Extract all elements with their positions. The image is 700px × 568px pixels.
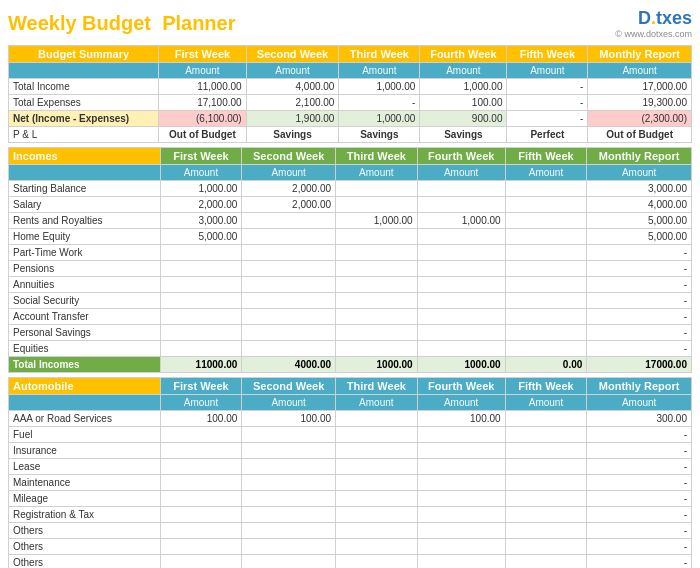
pl-row: P & L Out of Budget Savings Savings Savi… <box>9 127 692 143</box>
table-row: Others - <box>9 539 692 555</box>
website-text: © www.dotxes.com <box>615 29 692 39</box>
table-row: Registration & Tax - <box>9 507 692 523</box>
table-row: Account Transfer - <box>9 309 692 325</box>
auto-week-header: Automobile First Week Second Week Third … <box>9 378 692 395</box>
week-col-6: Monthly Report <box>588 46 692 63</box>
table-row: Equities - <box>9 341 692 357</box>
week-col-5: Fifth Week <box>507 46 588 63</box>
table-row: Total Expenses 17,100.00 2,100.00 - 100.… <box>9 95 692 111</box>
table-row: Total Income 11,000.00 4,000.00 1,000.00… <box>9 79 692 95</box>
table-row: Others - <box>9 555 692 569</box>
table-row: Starting Balance 1,000.00 2,000.00 3,000… <box>9 181 692 197</box>
logo-area: D.txes © www.dotxes.com <box>615 8 692 39</box>
table-row: Social Security - <box>9 293 692 309</box>
week-col-3: Third Week <box>339 46 420 63</box>
table-row: AAA or Road Services 100.00 100.00 100.0… <box>9 411 692 427</box>
title-main: Weekly Budget <box>8 12 151 34</box>
header: Weekly Budget Planner D.txes © www.dotxe… <box>8 8 692 39</box>
title-highlight: Planner <box>162 12 235 34</box>
table-row: Rents and Royalties 3,000.00 1,000.00 1,… <box>9 213 692 229</box>
page-title: Weekly Budget Planner <box>8 12 235 35</box>
table-row: Pensions - <box>9 261 692 277</box>
page: Weekly Budget Planner D.txes © www.dotxe… <box>0 0 700 568</box>
auto-amount-header: Amount Amount Amount Amount Amount Amoun… <box>9 395 692 411</box>
income-amount-header: Amount Amount Amount Amount Amount Amoun… <box>9 165 692 181</box>
table-row: Fuel - <box>9 427 692 443</box>
table-row: Part-Time Work - <box>9 245 692 261</box>
week-col-1: First Week <box>159 46 246 63</box>
automobile-table: Automobile First Week Second Week Third … <box>8 377 692 568</box>
table-row: Annuities - <box>9 277 692 293</box>
income-total-row: Total Incomes 11000.00 4000.00 1000.00 1… <box>9 357 692 373</box>
budget-summary-table: Budget Summary First Week Second Week Th… <box>8 45 692 143</box>
net-row: Net (Income - Expenses) (6,100.00) 1,900… <box>9 111 692 127</box>
table-row: Mileage - <box>9 491 692 507</box>
table-row: Lease - <box>9 459 692 475</box>
week-header-row: Budget Summary First Week Second Week Th… <box>9 46 692 63</box>
incomes-table: Incomes First Week Second Week Third Wee… <box>8 147 692 373</box>
table-row: Others - <box>9 523 692 539</box>
logo-text: D.txes <box>615 8 692 29</box>
budget-summary-label: Budget Summary <box>9 46 159 63</box>
table-row: Maintenance - <box>9 475 692 491</box>
table-row: Salary 2,000.00 2,000.00 4,000.00 <box>9 197 692 213</box>
week-col-4: Fourth Week <box>420 46 507 63</box>
week-col-2: Second Week <box>246 46 339 63</box>
table-row: Home Equity 5,000.00 5,000.00 <box>9 229 692 245</box>
table-row: Insurance - <box>9 443 692 459</box>
table-row: Personal Savings - <box>9 325 692 341</box>
income-week-header: Incomes First Week Second Week Third Wee… <box>9 148 692 165</box>
amount-header: Amount Amount Amount Amount Amount Amoun… <box>9 63 692 79</box>
